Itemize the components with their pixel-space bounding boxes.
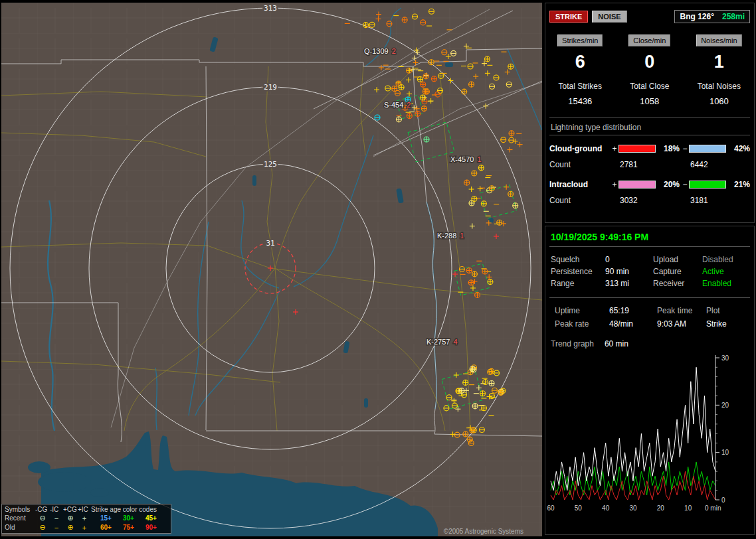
storm-cell-label[interactable]: X-45701 bbox=[450, 155, 482, 163]
noise-toggle-button[interactable]: NOISE bbox=[592, 11, 626, 23]
storm-cell-label[interactable]: K-27574 bbox=[426, 338, 458, 346]
minus-sign: − bbox=[681, 180, 689, 189]
trend-x-tick-label: 0 min bbox=[705, 504, 721, 512]
legend-symbol-glyph: − bbox=[50, 524, 63, 532]
legend-symbol-glyph: ⊕ bbox=[63, 523, 78, 532]
strike-symbol bbox=[459, 388, 464, 394]
legend-age-code: 15+ bbox=[100, 514, 123, 522]
noises-per-min-value: 1 bbox=[684, 52, 754, 72]
legend-symbol-glyph: + bbox=[78, 524, 91, 532]
cg-plus-pct: 18% bbox=[656, 144, 681, 153]
upload-label: Upload bbox=[653, 255, 702, 264]
strike-symbol bbox=[484, 56, 490, 62]
strike-symbol bbox=[472, 271, 477, 277]
strike-symbol bbox=[392, 86, 397, 91]
peak-rate-value: 48/min bbox=[609, 319, 657, 329]
trend-y-tick-label: 0 bbox=[721, 497, 725, 504]
map-legend: Symbols-CG-IC+CG+ICStrike age color code… bbox=[1, 504, 171, 534]
strike-symbol bbox=[415, 111, 421, 116]
strike-symbol bbox=[508, 64, 514, 69]
cg-minus-bar bbox=[689, 145, 726, 153]
plot-value: Strike bbox=[706, 319, 745, 329]
strike-symbol bbox=[472, 171, 477, 176]
side-panel: STRIKE NOISE Bng 126° 258mi Strikes/min … bbox=[545, 3, 755, 536]
close-per-min-label[interactable]: Close/min bbox=[628, 35, 670, 46]
strike-symbol bbox=[424, 137, 429, 142]
strike-symbol bbox=[498, 390, 504, 395]
strike-symbol bbox=[466, 268, 472, 273]
capture-label: Capture bbox=[653, 267, 702, 276]
count-label: Count bbox=[549, 196, 611, 205]
strike-symbol bbox=[396, 81, 401, 86]
legend-symbol-glyph: ⊖ bbox=[35, 523, 50, 532]
legend-symbols-header: Symbols bbox=[5, 506, 35, 513]
bearing-label: Bng 126° bbox=[680, 12, 713, 21]
trend-y-tick-label: 30 bbox=[721, 354, 729, 362]
noises-per-min-label[interactable]: Noises/min bbox=[696, 35, 741, 46]
intracloud-row: Intracloud + 20% − 21% bbox=[545, 177, 754, 193]
trend-graph-header: Trend graph 60 min bbox=[545, 334, 754, 350]
count-label: Count bbox=[549, 160, 611, 169]
legend-age-code: 75+ bbox=[123, 524, 145, 531]
lightning-map[interactable]: 31321912531 Q-13092S-4542X-45701K-2881K-… bbox=[1, 3, 542, 536]
strikes-per-min-label[interactable]: Strikes/min bbox=[557, 35, 603, 46]
trend-graph[interactable]: 30201006050403020100 min bbox=[547, 351, 754, 521]
total-strikes-label: Total Strikes bbox=[545, 82, 615, 91]
trend-y-tick-label: 20 bbox=[721, 402, 729, 409]
legend-type-header: +CG bbox=[63, 506, 78, 513]
strike-symbol bbox=[462, 89, 467, 94]
trend-graph-label: Trend graph bbox=[551, 339, 594, 348]
trend-y-tick-label: 10 bbox=[721, 449, 729, 456]
rates-row: Strikes/min 6 Close/min 0 Noises/min 1 bbox=[545, 34, 754, 72]
legend-row-label: Old bbox=[5, 524, 35, 531]
ic-plus-pct: 20% bbox=[656, 180, 681, 189]
cloud-ground-row: Cloud-ground + 18% − 42% bbox=[545, 141, 754, 157]
legend-age-code: 90+ bbox=[145, 524, 168, 531]
storm-cell-label[interactable]: K-2881 bbox=[437, 232, 464, 240]
storm-cell-label[interactable]: S-4542 bbox=[384, 101, 411, 109]
range-value: 313 mi bbox=[605, 279, 653, 288]
trend-x-tick-label: 30 bbox=[629, 504, 637, 512]
strike-symbol bbox=[480, 391, 486, 396]
receiver-label: Receiver bbox=[653, 279, 702, 288]
strike-symbol bbox=[407, 114, 412, 119]
strike-toggle-button[interactable]: STRIKE bbox=[549, 11, 588, 23]
cg-minus-pct: 42% bbox=[726, 144, 751, 153]
strike-symbol bbox=[470, 366, 475, 372]
legend-row-label: Recent bbox=[5, 514, 35, 522]
legend-age-title: Strike age color codes bbox=[91, 506, 168, 513]
plus-sign: + bbox=[611, 144, 618, 153]
totals-row: Total Strikes 15436 Total Close 1058 Tot… bbox=[545, 82, 754, 106]
strike-symbol bbox=[472, 404, 478, 409]
strike-symbol bbox=[488, 279, 493, 285]
strike-symbol bbox=[489, 380, 494, 386]
range-ring-label: 219 bbox=[264, 83, 277, 92]
cloud-ground-count-row: Count 2781 6442 bbox=[545, 157, 754, 173]
persistence-value: 90 min bbox=[605, 267, 653, 276]
legend-type-header: -CG bbox=[35, 506, 50, 513]
settings-grid: Squelch 0 Upload Disabled Persistence 90… bbox=[545, 247, 754, 295]
legend-age-code: 30+ bbox=[123, 514, 145, 522]
total-close-label: Total Close bbox=[615, 82, 685, 91]
strike-symbol bbox=[431, 76, 436, 82]
strikes-per-min-value: 6 bbox=[545, 52, 615, 72]
bearing-distance: 258mi bbox=[722, 12, 745, 21]
legend-age-code: 45+ bbox=[145, 514, 168, 522]
strike-symbol bbox=[417, 76, 423, 82]
strike-symbol bbox=[509, 131, 514, 136]
distribution-title: Lightning type distribution bbox=[549, 123, 750, 135]
trend-x-tick-label: 50 bbox=[575, 504, 583, 512]
strike-symbol bbox=[478, 165, 484, 171]
strike-symbol bbox=[421, 106, 426, 112]
ic-plus-bar bbox=[618, 181, 656, 189]
lightning-map-canvas[interactable]: 31321912531 Q-13092S-4542X-45701K-2881K-… bbox=[1, 3, 542, 536]
strike-symbol bbox=[475, 292, 480, 297]
capture-value: Active bbox=[702, 267, 749, 276]
strike-symbol bbox=[396, 117, 401, 122]
strike-symbol bbox=[467, 437, 472, 442]
peak-rate-label: Peak rate bbox=[555, 319, 609, 329]
status-grid: Uptime 65:19 Peak time Plot Peak rate 48… bbox=[549, 297, 750, 334]
squelch-label: Squelch bbox=[551, 255, 605, 264]
legend-symbol-glyph: − bbox=[50, 514, 63, 522]
strike-symbol bbox=[464, 180, 470, 185]
